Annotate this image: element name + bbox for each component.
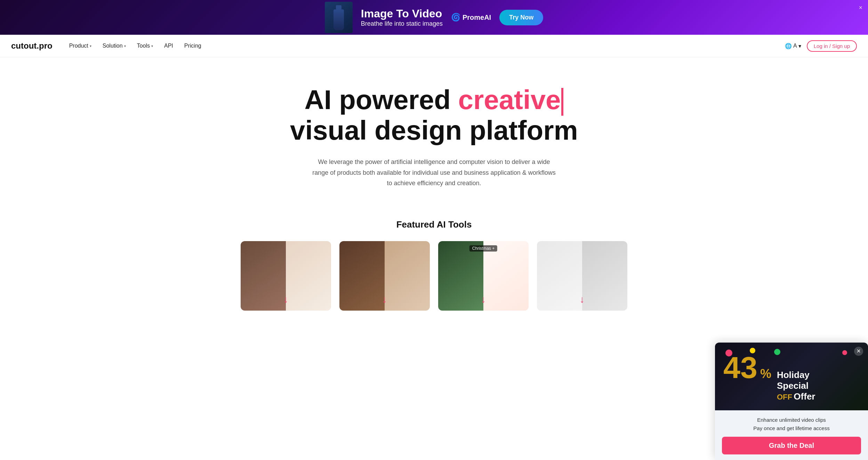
arrow-icon: ↓ <box>382 294 387 305</box>
hero-title-part1: AI powered <box>305 84 458 115</box>
ad-banner: Image To Video Breathe life into static … <box>0 0 868 35</box>
translate-icon: 🌐 <box>785 43 792 49</box>
tool-card-4-after <box>582 241 627 311</box>
ad-title: Image To Video <box>361 7 443 20</box>
hero-section: AI powered creative visual design platfo… <box>225 57 643 219</box>
ad-subtitle: Breathe life into static images <box>361 20 443 27</box>
nav-item-product[interactable]: Product ▾ <box>69 43 91 49</box>
tools-grid: ↓ ↓ Christmas + ↓ ↓ <box>198 241 670 311</box>
tool-tag: Christmas + <box>469 245 497 252</box>
chevron-down-icon: ▾ <box>151 44 153 48</box>
nav-item-tools[interactable]: Tools ▾ <box>137 43 153 49</box>
nav-item-pricing[interactable]: Pricing <box>184 43 201 49</box>
tool-card-2-before <box>339 241 385 311</box>
tool-card-3-after <box>483 241 529 311</box>
ad-perfume-image <box>325 2 353 33</box>
nav-item-api[interactable]: API <box>164 43 173 49</box>
hero-title-part2: visual design platform <box>290 115 578 146</box>
tool-card-4-before <box>537 241 582 311</box>
ad-try-button[interactable]: Try Now <box>499 10 543 25</box>
chevron-down-icon: ▾ <box>90 44 91 48</box>
navbar: cutout.pro Product ▾ Solution ▾ Tools ▾ … <box>0 35 868 57</box>
language-selector[interactable]: 🌐 A ▾ <box>785 43 801 49</box>
login-button[interactable]: Log in / Sign up <box>807 40 857 52</box>
ad-logo: 🌀 PromeAI <box>451 13 491 22</box>
arrow-icon: ↓ <box>580 294 585 305</box>
ad-text: Image To Video Breathe life into static … <box>361 7 443 27</box>
hero-title: AI powered creative visual design platfo… <box>232 85 636 146</box>
arrow-icon: ↓ <box>283 294 288 305</box>
site-logo[interactable]: cutout.pro <box>11 41 53 51</box>
promeai-icon: 🌀 <box>451 13 460 22</box>
tool-card-1[interactable]: ↓ <box>241 241 331 311</box>
tool-card-3[interactable]: Christmas + ↓ <box>438 241 529 311</box>
tool-card-3-before <box>438 241 483 311</box>
tool-card-2[interactable]: ↓ <box>339 241 430 311</box>
tool-card-2-after <box>385 241 430 311</box>
chevron-down-icon: ▾ <box>124 44 126 48</box>
featured-title: Featured AI Tools <box>198 219 670 230</box>
ad-close-icon[interactable]: × <box>859 4 862 11</box>
cursor-blink <box>561 88 563 116</box>
tool-card-4[interactable]: ↓ <box>537 241 627 311</box>
hero-title-accent: creative <box>458 84 561 115</box>
tool-card-1-after <box>286 241 331 311</box>
featured-tools-section: Featured AI Tools ↓ ↓ Christmas + ↓ <box>191 219 677 318</box>
hero-description: We leverage the power of artificial inte… <box>312 157 556 189</box>
tool-card-1-before <box>241 241 286 311</box>
nav-item-solution[interactable]: Solution ▾ <box>103 43 126 49</box>
nav-right: 🌐 A ▾ Log in / Sign up <box>785 40 857 52</box>
chevron-down-icon: ▾ <box>798 43 801 49</box>
arrow-icon: ↓ <box>481 294 486 305</box>
nav-links: Product ▾ Solution ▾ Tools ▾ API Pricing <box>69 43 785 49</box>
